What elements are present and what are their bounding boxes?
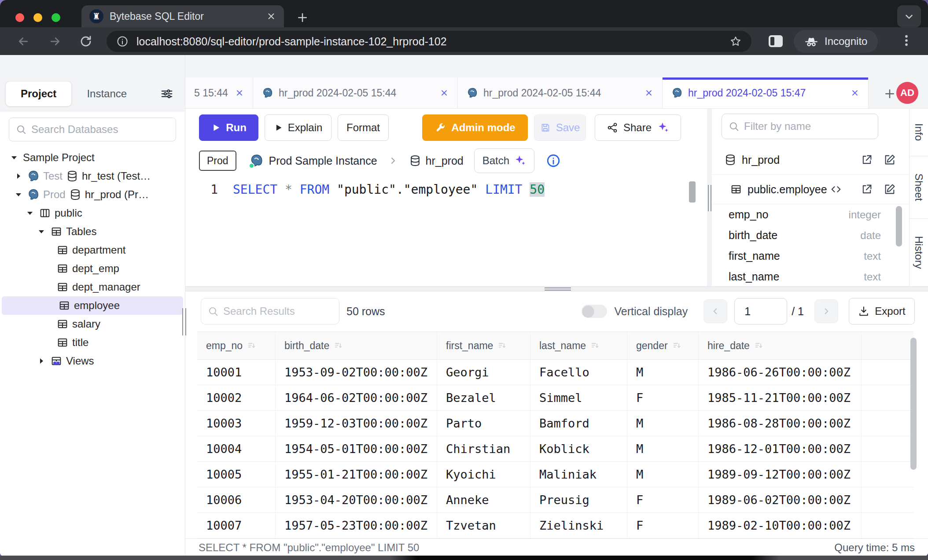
close-worksheet-icon[interactable] bbox=[644, 88, 653, 97]
results-column-header[interactable]: birth_date bbox=[275, 332, 437, 360]
vertical-display-toggle[interactable] bbox=[582, 305, 607, 318]
browser-menu-icon[interactable] bbox=[899, 33, 913, 48]
tree-item[interactable]: employee bbox=[2, 296, 183, 315]
sql-code-area[interactable]: 1 SELECT * FROM "public"."employee" LIMI… bbox=[185, 175, 707, 286]
search-results-input[interactable] bbox=[223, 305, 333, 317]
tree-item[interactable]: title bbox=[0, 333, 185, 352]
editor-results-splitter[interactable] bbox=[185, 286, 928, 291]
export-button[interactable]: Export bbox=[849, 298, 915, 324]
user-avatar[interactable]: AD bbox=[896, 82, 918, 104]
results-column-header[interactable]: emp_no bbox=[197, 332, 275, 360]
tree-item-label: Tables bbox=[66, 225, 96, 238]
forward-icon[interactable] bbox=[48, 35, 62, 48]
tree-item[interactable]: department bbox=[0, 241, 185, 259]
next-page-button[interactable] bbox=[814, 299, 838, 323]
database-search[interactable] bbox=[9, 118, 176, 141]
close-window-button[interactable] bbox=[15, 13, 24, 22]
results-column-header[interactable]: last_name bbox=[530, 332, 627, 360]
url-bar[interactable]: localhost:8080/sql-editor/prod-sample-in… bbox=[107, 31, 751, 52]
results-scrollbar[interactable] bbox=[910, 338, 917, 470]
close-worksheet-icon[interactable] bbox=[235, 88, 244, 97]
format-button[interactable]: Format bbox=[338, 114, 389, 141]
sidebar-resize-handle[interactable] bbox=[182, 308, 188, 335]
filter-by-name-input[interactable] bbox=[744, 120, 872, 133]
tree-item[interactable]: public bbox=[0, 204, 185, 222]
worksheet-tab[interactable]: hr_prod 2024-02-05 15:44 bbox=[253, 77, 458, 108]
tab-search-chevron-button[interactable] bbox=[897, 5, 921, 27]
save-icon bbox=[540, 122, 551, 133]
new-tab-icon[interactable] bbox=[296, 11, 309, 24]
search-icon bbox=[728, 121, 740, 132]
sql-token bbox=[277, 182, 285, 197]
tree-settings-icon[interactable] bbox=[160, 87, 173, 100]
minimize-window-button[interactable] bbox=[33, 13, 42, 22]
tree-item[interactable]: dept_manager bbox=[0, 278, 185, 296]
admin-mode-button[interactable]: Admin mode bbox=[422, 114, 528, 141]
editor-scrollbar[interactable] bbox=[689, 181, 696, 203]
caret-none-icon bbox=[42, 245, 53, 255]
tree-item[interactable]: Sample Project bbox=[0, 148, 185, 167]
chevron-right-icon bbox=[388, 155, 398, 166]
results-column-header[interactable]: hire_date bbox=[698, 332, 861, 360]
worksheet-tab[interactable]: hr_prod 2024-02-05 15:44 bbox=[458, 77, 663, 108]
table-icon bbox=[56, 336, 69, 349]
rail-tab-info[interactable]: Info bbox=[910, 109, 928, 156]
bookmark-star-icon[interactable] bbox=[729, 35, 742, 48]
edit-icon[interactable] bbox=[884, 154, 896, 166]
close-worksheet-icon[interactable] bbox=[851, 88, 859, 97]
code-icon[interactable] bbox=[830, 183, 842, 195]
prev-page-button[interactable] bbox=[703, 299, 727, 323]
close-tab-icon[interactable] bbox=[266, 11, 276, 21]
external-link-icon[interactable] bbox=[861, 154, 873, 166]
page-number-input[interactable] bbox=[734, 298, 787, 324]
tree-item[interactable]: Views bbox=[0, 352, 185, 370]
results-cell: 1986-12-01T00:00:00Z bbox=[698, 436, 861, 462]
results-column-header[interactable]: first_name bbox=[437, 332, 530, 360]
status-sql-text: SELECT * FROM "public"."employee" LIMIT … bbox=[199, 542, 419, 554]
browser-tab[interactable]: ♜ Bytebase SQL Editor bbox=[81, 5, 284, 27]
edit-icon[interactable] bbox=[884, 183, 896, 195]
worksheet-tab[interactable]: 5 15:44 bbox=[185, 77, 253, 108]
run-button[interactable]: Run bbox=[199, 114, 258, 141]
results-cell-filler bbox=[861, 513, 913, 538]
results-cell: 10002 bbox=[197, 385, 275, 411]
tree-item[interactable]: salary bbox=[0, 315, 185, 333]
reload-icon[interactable] bbox=[79, 35, 92, 48]
sparkles-icon bbox=[514, 155, 526, 167]
schema-scrollbar[interactable] bbox=[896, 206, 902, 247]
side-panel-icon[interactable] bbox=[769, 35, 783, 47]
site-info-icon[interactable] bbox=[116, 35, 129, 48]
rail-tab-history[interactable]: History bbox=[910, 219, 928, 286]
batch-button[interactable]: Batch bbox=[474, 148, 534, 173]
add-worksheet-icon[interactable] bbox=[883, 87, 896, 100]
info-icon[interactable] bbox=[546, 153, 561, 168]
schema-filter[interactable] bbox=[722, 114, 878, 139]
results-table-body: 100011953-09-02T00:00:00ZGeorgiFacelloM1… bbox=[197, 360, 913, 538]
external-link-icon[interactable] bbox=[861, 183, 873, 195]
tree-item[interactable]: Tables bbox=[0, 222, 185, 241]
tab-project[interactable]: Project bbox=[5, 81, 72, 107]
maximize-window-button[interactable] bbox=[52, 13, 60, 22]
share-button[interactable]: Share bbox=[595, 114, 681, 141]
tab-instance[interactable]: Instance bbox=[72, 81, 142, 107]
results-column-header[interactable]: gender bbox=[627, 332, 698, 360]
database-icon bbox=[724, 154, 737, 166]
results-search[interactable] bbox=[201, 298, 339, 324]
worksheet-tabstrip: 5 15:44hr_prod 2024-02-05 15:44hr_prod 2… bbox=[185, 55, 928, 109]
tree-item[interactable]: Testhr_test (Test… bbox=[0, 167, 185, 185]
worksheet-tab[interactable]: hr_prod 2024-02-05 15:47 bbox=[663, 77, 869, 108]
editor-schema-divider[interactable] bbox=[707, 109, 712, 286]
results-cell: Georgi bbox=[437, 360, 530, 385]
back-icon[interactable] bbox=[17, 35, 30, 48]
results-cell: Preusig bbox=[530, 487, 627, 513]
chevron-left-icon bbox=[710, 306, 721, 317]
save-button[interactable]: Save bbox=[534, 114, 586, 141]
sql-token bbox=[478, 182, 485, 197]
close-worksheet-icon[interactable] bbox=[440, 88, 449, 97]
tree-item[interactable]: Prodhr_prod (Pr… bbox=[0, 185, 185, 204]
search-databases-input[interactable] bbox=[31, 123, 169, 136]
rail-tab-sheet[interactable]: Sheet bbox=[910, 156, 928, 219]
sql-token: * bbox=[285, 182, 292, 197]
explain-button[interactable]: Explain bbox=[265, 114, 331, 141]
tree-item[interactable]: dept_emp bbox=[0, 259, 185, 278]
